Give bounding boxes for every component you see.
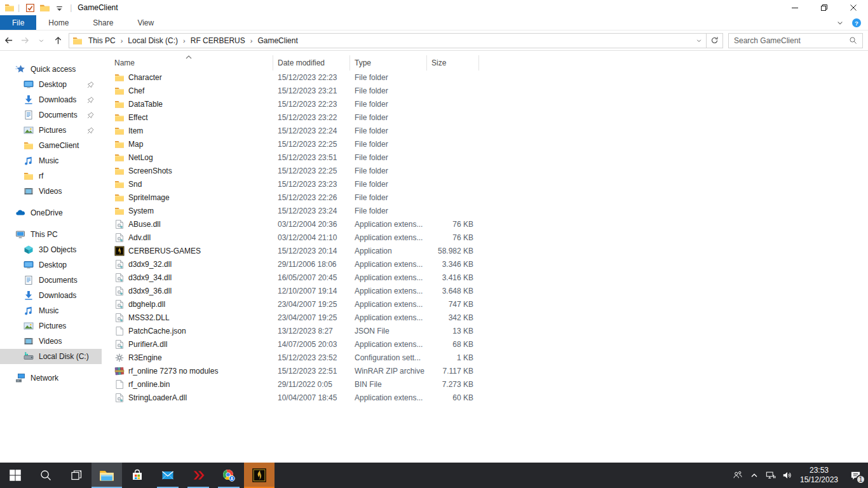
restore-button[interactable] [810,0,839,15]
file-row[interactable]: R3Engine15/12/2023 23:52Configuration se… [102,351,868,364]
file-type: Application extens... [350,287,427,295]
tab-home[interactable]: Home [36,15,81,30]
network-icon [15,373,25,383]
taskbar-button-search[interactable] [31,463,61,488]
file-name: Effect [128,113,147,122]
file-row[interactable]: rf_online.bin29/11/2022 0:05BIN File7.27… [102,377,868,391]
sidebar-item-documents[interactable]: Documents [0,273,102,288]
file-row[interactable]: Item15/12/2023 22:24File folder [102,124,868,137]
qat-folder-icon[interactable] [39,3,50,13]
breadcrumb-item[interactable]: This PC [86,36,118,45]
column-header-size[interactable]: Size [427,55,479,71]
sidebar-item-videos[interactable]: Videos [0,334,102,349]
sidebar-item-desktop[interactable]: Desktop [0,77,102,92]
sidebar-item-downloads[interactable]: Downloads [0,288,102,303]
tab-share[interactable]: Share [81,15,125,30]
sidebar-item-downloads[interactable]: Downloads [0,92,102,107]
close-button[interactable] [839,0,868,15]
breadcrumb-item[interactable]: GameClient [255,36,299,45]
tray-volume-button[interactable] [779,463,796,488]
sidebar-item-rf[interactable]: rf [0,168,102,184]
column-header-date-modified[interactable]: Date modified [273,55,350,71]
sidebar-item-3d-objects[interactable]: 3D Objects [0,242,102,257]
taskbar-button-rf-launcher[interactable] [183,463,214,488]
file-name: rf_online.bin [128,380,170,389]
file-row[interactable]: MSS32.DLL23/04/2007 19:25Application ext… [102,311,868,324]
qat-customize-icon[interactable] [54,3,65,13]
back-button[interactable] [0,32,17,49]
forward-button[interactable] [17,32,33,49]
sidebar-item-label: Documents [39,276,78,285]
file-row[interactable]: Map15/12/2023 22:25File folder [102,137,868,151]
file-name: d3dx9_36.dll [128,287,172,295]
sidebar-item-desktop[interactable]: Desktop [0,257,102,273]
file-name: MSS32.DLL [128,313,170,322]
taskbar-button-chrome[interactable] [214,463,244,488]
file-row[interactable]: Character15/12/2023 22:23File folder [102,71,868,84]
file-row[interactable]: Snd15/12/2023 23:23File folder [102,177,868,191]
navigation-pane: Quick accessDesktopDownloadsDocumentsPic… [0,51,102,463]
sidebar-item-music[interactable]: Music [0,153,102,168]
tray-chevron-up-button[interactable] [746,463,763,488]
taskbar-button-file-explorer[interactable] [92,463,122,488]
column-header-type[interactable]: Type [350,55,427,71]
qat-check-icon[interactable] [25,3,36,13]
file-row[interactable]: rf_online 7273 no modules15/12/2023 22:5… [102,364,868,377]
minimize-button[interactable] [780,0,810,15]
sidebar-item-gameclient[interactable]: GameClient [0,138,102,153]
help-icon[interactable]: ? [851,18,862,28]
taskbar-clock[interactable]: 23:53 15/12/2023 [796,463,843,488]
file-row[interactable]: NetLog15/12/2023 23:51File folder [102,151,868,164]
tab-view[interactable]: View [125,15,166,30]
sidebar-item-quick-access[interactable]: Quick access [0,62,102,77]
sidebar-item-documents[interactable]: Documents [0,107,102,123]
file-row[interactable]: ScreenShots15/12/2023 22:25File folder [102,164,868,177]
file-explorer-icon [99,468,114,483]
file-row[interactable]: Chef15/12/2023 23:21File folder [102,84,868,97]
file-row[interactable]: Adv.dll03/12/2004 21:10Application exten… [102,231,868,244]
refresh-button[interactable] [707,33,723,48]
breadcrumb-item[interactable]: Local Disk (C:) [126,36,180,45]
taskbar-button-cerberus-game[interactable] [244,463,275,488]
window-title: GameClient [78,3,118,12]
action-center-button[interactable]: 1 [843,463,868,488]
file-row[interactable]: Effect15/12/2023 23:22File folder [102,111,868,124]
sidebar-item-this-pc[interactable]: This PC [0,227,102,242]
sidebar-item-onedrive[interactable]: OneDrive [0,205,102,220]
file-row[interactable]: PurifierA.dll14/07/2005 20:03Application… [102,337,868,351]
tray-people-button[interactable] [729,463,746,488]
sidebar-item-videos[interactable]: Videos [0,184,102,199]
file-row[interactable]: CERBERUS-GAMES15/12/2023 20:14Applicatio… [102,244,868,257]
file-row[interactable]: StringLoaderA.dll10/04/2007 18:45Applica… [102,391,868,404]
expand-ribbon-icon[interactable] [836,19,844,27]
tray-network-tray-button[interactable] [763,463,779,488]
taskbar-button-start[interactable] [0,463,31,488]
address-dropdown-button[interactable] [692,34,706,48]
sidebar-item-pictures[interactable]: Pictures [0,123,102,138]
file-row[interactable]: System15/12/2023 23:24File folder [102,204,868,217]
sidebar-item-music[interactable]: Music [0,303,102,318]
sidebar-item-pictures[interactable]: Pictures [0,318,102,334]
sidebar-item-network[interactable]: Network [0,370,102,386]
recent-locations-button[interactable] [33,32,50,49]
file-row[interactable]: PatchCache.json13/12/2023 8:27JSON File1… [102,324,868,337]
system-tray: 23:53 15/12/2023 1 [729,463,868,488]
sidebar-item-label: GameClient [39,141,79,150]
breadcrumb-item[interactable]: RF CERBERUS [189,36,247,45]
taskbar-button-mail[interactable] [153,463,183,488]
file-row[interactable]: d3dx9_34.dll16/05/2007 20:45Application … [102,271,868,284]
file-row[interactable]: dbghelp.dll23/04/2007 19:25Application e… [102,297,868,311]
up-button[interactable] [50,32,66,49]
address-bar[interactable]: This PC›Local Disk (C:)›RF CERBERUS›Game… [69,33,707,48]
taskbar-button-task-view[interactable] [61,463,92,488]
file-row[interactable]: DataTable15/12/2023 22:23File folder [102,97,868,111]
file-row[interactable]: SpriteImage15/12/2023 22:26File folder [102,191,868,204]
column-header-name[interactable]: Name [114,55,273,71]
sidebar-item-local-disk-c[interactable]: Local Disk (C:) [0,349,102,364]
taskbar-button-store[interactable] [122,463,153,488]
file-row[interactable]: d3dx9_36.dll12/10/2007 19:14Application … [102,284,868,297]
search-input[interactable] [734,36,849,45]
file-row[interactable]: ABuse.dll03/12/2004 20:36Application ext… [102,217,868,231]
file-row[interactable]: d3dx9_32.dll29/11/2006 18:06Application … [102,257,868,271]
tab-file[interactable]: File [0,15,36,30]
